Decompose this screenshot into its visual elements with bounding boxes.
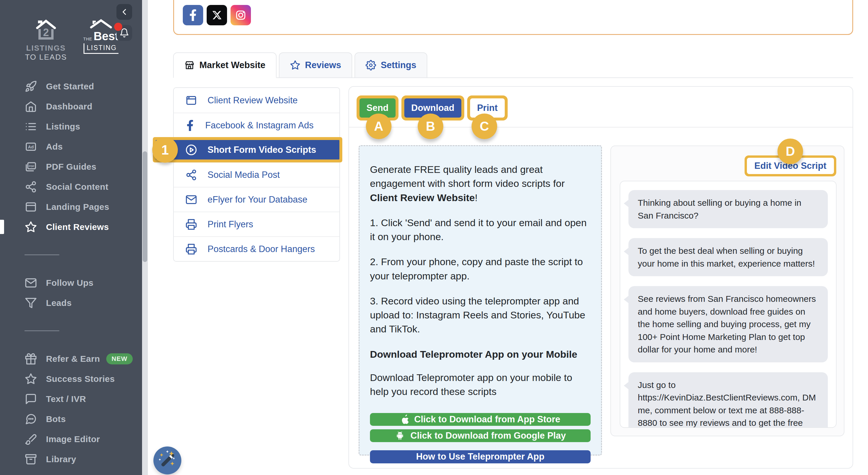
facebook-tile[interactable] xyxy=(183,5,203,25)
new-badge: NEW xyxy=(106,353,132,365)
intro-paragraph: Generate FREE quality leads and great en… xyxy=(370,162,591,204)
sidebar: 2 LISTINGS TO LEADS THE Best LISTING xyxy=(0,0,148,475)
download-app-subtext: Download Telepromoter app on your mobile… xyxy=(370,371,591,399)
sidebar-item-pdf-guides[interactable]: PDF PDF Guides xyxy=(0,157,142,177)
subnav-postcards-door-hangers[interactable]: Postcards & Door Hangers xyxy=(174,236,339,261)
pdf-icon: PDF xyxy=(25,160,37,173)
sidebar-item-bots[interactable]: Bots xyxy=(0,409,142,429)
sidebar-scrollbar-track[interactable] xyxy=(142,0,148,475)
google-play-button[interactable]: Click to Download from Google Play xyxy=(370,429,591,442)
how-to-use-button[interactable]: How to Use Teleprompter App xyxy=(370,450,591,463)
gear-icon xyxy=(366,60,376,70)
how-to-use-label: How to Use Teleprompter App xyxy=(416,450,545,463)
sidebar-item-text-ivr[interactable]: Text / IVR xyxy=(0,389,142,409)
social-icons-row xyxy=(183,5,251,25)
tab-market-website[interactable]: Market Website xyxy=(173,53,277,78)
sidebar-item-social-content[interactable]: Social Content xyxy=(0,177,142,197)
sidebar-item-ads[interactable]: Ad Ads xyxy=(0,136,142,157)
roof-icon xyxy=(89,19,113,29)
annotation-badge-c: C xyxy=(471,114,497,139)
edit-script-highlight: D Edit Video Script xyxy=(745,155,836,177)
notifications-button[interactable] xyxy=(117,25,132,41)
chevron-left-icon xyxy=(119,7,129,17)
sidebar-item-refer-earn[interactable]: Refer & Earn NEW xyxy=(0,349,142,369)
sidebar-item-label: Client Reviews xyxy=(46,222,109,232)
sidebar-item-label: Follow Ups xyxy=(46,278,93,288)
android-icon xyxy=(395,431,405,441)
tab-reviews[interactable]: Reviews xyxy=(279,53,352,78)
sidebar-scrollbar-thumb[interactable] xyxy=(143,151,147,262)
instagram-tile[interactable] xyxy=(230,5,251,25)
x-tile[interactable] xyxy=(207,5,227,25)
sidebar-item-label: Dashboard xyxy=(46,102,92,112)
facebook-icon xyxy=(185,120,195,131)
annotation-badge-d: D xyxy=(777,138,803,164)
subnav-label: Facebook & Instagram Ads xyxy=(205,120,313,131)
sidebar-item-leads[interactable]: Leads xyxy=(0,293,142,313)
subnav-label: Print Flyers xyxy=(208,219,253,230)
content-card: Send Download Print A B C Generate FREE … xyxy=(348,86,853,469)
app-store-button[interactable]: Click to Download from App Store xyxy=(370,413,591,426)
home-icon xyxy=(25,100,37,113)
sidebar-item-label: Image Editor xyxy=(46,434,100,444)
mail-icon xyxy=(185,194,197,205)
sidebar-item-label: PDF Guides xyxy=(46,162,96,172)
brush-icon xyxy=(25,433,37,446)
script-bubbles-container: Thinking about selling or buying a home … xyxy=(620,181,837,428)
mail-icon xyxy=(25,277,37,289)
chat-square-icon xyxy=(25,392,37,406)
play-circle-icon xyxy=(185,144,197,156)
sidebar-item-success-stories[interactable]: Success Stories xyxy=(0,369,142,389)
subnav-label: Short Form Video Scripts xyxy=(208,145,316,155)
instagram-icon xyxy=(235,9,247,21)
sidebar-item-landing-pages[interactable]: Landing Pages xyxy=(0,197,142,217)
rocket-icon xyxy=(25,80,37,93)
subnav-social-media-post[interactable]: Social Media Post xyxy=(174,162,339,187)
step-1: 1. Click 'Send' and send it to your emai… xyxy=(370,216,591,244)
notification-dot xyxy=(114,23,122,31)
magic-wand-button[interactable] xyxy=(153,446,181,474)
share-icon xyxy=(185,169,197,181)
sidebar-item-client-reviews[interactable]: Client Reviews xyxy=(0,217,142,237)
list-icon xyxy=(25,120,37,133)
sidebar-item-listings[interactable]: Listings xyxy=(0,117,142,136)
subnav-print-flyers[interactable]: Print Flyers xyxy=(174,212,339,236)
apple-icon xyxy=(400,414,409,425)
sidebar-item-follow-ups[interactable]: Follow Ups xyxy=(0,273,142,293)
tab-bar: Market Website Reviews Settings xyxy=(173,53,427,78)
sidebar-item-library[interactable]: Library xyxy=(0,449,142,469)
sidebar-item-label: Get Started xyxy=(46,82,94,91)
intro-bold: Client Review Website xyxy=(370,192,475,203)
subnav-eflyer[interactable]: eFlyer for Your Database xyxy=(174,187,339,212)
subnav-client-review-website[interactable]: Client Review Website xyxy=(174,88,339,113)
subnav-label: Postcards & Door Hangers xyxy=(208,244,315,254)
active-indicator xyxy=(0,220,4,234)
sidebar-collapse-button[interactable] xyxy=(117,4,132,20)
social-links-box xyxy=(173,0,853,35)
sidebar-item-dashboard[interactable]: Dashboard xyxy=(0,96,142,117)
sidebar-item-analytics[interactable]: Analytics xyxy=(0,469,142,475)
trending-up-icon xyxy=(25,473,37,475)
sidebar-divider xyxy=(25,254,59,255)
house-logo-icon: 2 xyxy=(33,19,59,41)
subnav-facebook-instagram-ads[interactable]: Facebook & Instagram Ads xyxy=(174,113,339,137)
svg-text:PDF: PDF xyxy=(29,164,34,167)
brand-the: THE xyxy=(83,37,92,41)
sidebar-item-label: Ads xyxy=(46,142,63,152)
ad-icon: Ad xyxy=(25,140,37,153)
sidebar-item-label: Library xyxy=(46,454,76,464)
svg-text:2: 2 xyxy=(43,27,49,38)
sidebar-item-label: Landing Pages xyxy=(46,202,109,212)
tab-settings[interactable]: Settings xyxy=(354,53,427,78)
subnav-short-form-video-scripts[interactable]: 1 Short Form Video Scripts xyxy=(156,140,339,159)
sidebar-item-label: Social Content xyxy=(46,182,108,192)
sidebar-item-image-editor[interactable]: Image Editor xyxy=(0,429,142,449)
sidebar-item-get-started[interactable]: Get Started xyxy=(0,76,142,96)
sidebar-item-label: Text / IVR xyxy=(46,394,86,404)
subnav-label: Client Review Website xyxy=(208,95,298,106)
browser-window-icon xyxy=(25,200,37,213)
step-2: 2. From your phone, copy and paste the s… xyxy=(370,255,591,283)
chat-dots-icon xyxy=(25,413,37,425)
svg-text:Ad: Ad xyxy=(28,145,34,149)
sidebar-item-label: Leads xyxy=(46,298,72,308)
